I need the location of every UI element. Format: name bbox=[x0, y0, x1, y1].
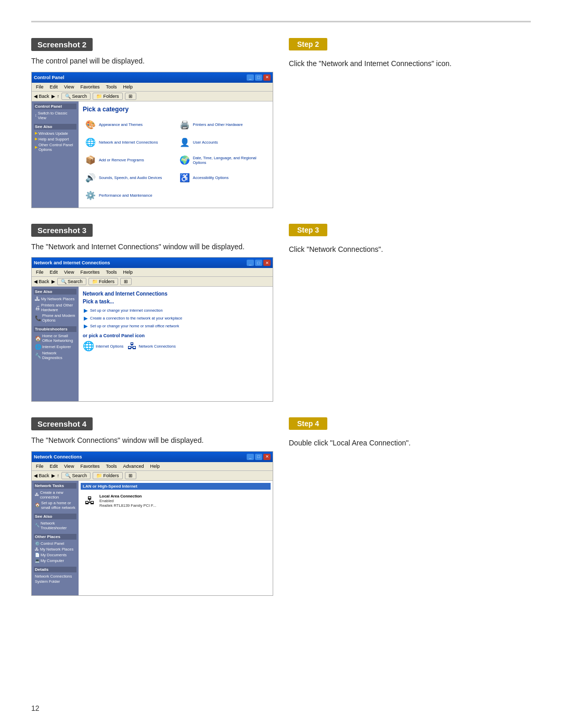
accessibility-options[interactable]: ♿ Accessibility Options bbox=[177, 170, 269, 186]
nic-views-button[interactable]: ⊞ bbox=[120, 278, 132, 285]
nic-minimize-button[interactable]: _ bbox=[247, 260, 254, 266]
network-connections-label: Network Connections bbox=[138, 344, 175, 349]
step3-label: Step 3 bbox=[289, 224, 327, 236]
nic-help-menu[interactable]: Help bbox=[121, 269, 135, 275]
network-diag-link[interactable]: 🔧Network Diagnostics bbox=[34, 350, 76, 361]
setup-home-network[interactable]: 🏠Set up a home or small office network bbox=[34, 500, 76, 510]
tools-menu[interactable]: Tools bbox=[104, 84, 119, 90]
nic-back-button[interactable]: ◀ Back bbox=[34, 279, 49, 284]
nc-file-menu[interactable]: File bbox=[34, 463, 46, 469]
nc-folder-label: Network ConnectionsSystem Folder bbox=[35, 574, 72, 584]
nic-tools-menu[interactable]: Tools bbox=[104, 269, 119, 275]
nic-view-menu[interactable]: View bbox=[62, 269, 76, 275]
help-menu[interactable]: Help bbox=[121, 84, 135, 90]
nc-advanced-menu[interactable]: Advanced bbox=[121, 463, 146, 469]
appearance-label: Appearance and Themes bbox=[99, 122, 143, 127]
nc-maximize-button[interactable]: □ bbox=[255, 454, 262, 460]
appearance-themes[interactable]: 🎨 Appearance and Themes bbox=[83, 117, 175, 133]
nic-edit-menu[interactable]: Edit bbox=[48, 269, 60, 275]
see-also-title: See Also bbox=[34, 124, 76, 130]
nc-folders-button[interactable]: 📁 Folders bbox=[93, 472, 123, 479]
back-button[interactable]: ◀ Back bbox=[34, 94, 49, 99]
network-troubleshooter-link[interactable]: 🔧Network Troubleshooter bbox=[34, 520, 76, 531]
phone-icon: 📞 bbox=[35, 315, 41, 321]
nic-search-button[interactable]: 🔍 Search bbox=[57, 278, 86, 285]
minimize-button[interactable]: _ bbox=[247, 74, 254, 81]
nc-view-menu[interactable]: View bbox=[62, 463, 76, 469]
performance-label: Performance and Maintenance bbox=[99, 193, 152, 198]
internet-options-icon-item[interactable]: 🌐 Internet Options bbox=[83, 340, 123, 352]
task-home-network[interactable]: ▶ Set up or change your home or small of… bbox=[83, 322, 269, 330]
task-internet-connection[interactable]: ▶ Set up or change your Internet connect… bbox=[83, 306, 269, 314]
nc-titlebar: Network Connections _ □ ✕ bbox=[32, 452, 273, 462]
performance-maintenance[interactable]: ⚙️ Performance and Maintenance bbox=[83, 188, 175, 203]
add-remove-programs[interactable]: 📦 Add or Remove Programs bbox=[83, 152, 175, 168]
favorites-menu[interactable]: Favorites bbox=[78, 84, 101, 90]
nc-views-button[interactable]: ⊞ bbox=[125, 472, 136, 479]
local-area-connection-item[interactable]: 🖧 Local Area Connection Enabled Realtek … bbox=[81, 492, 271, 510]
nc-network-tasks: Network Tasks 🖧Create a new connection 🏠… bbox=[34, 483, 76, 510]
nc-search-button[interactable]: 🔍 Search bbox=[61, 472, 91, 479]
home-office-icon: 🏠 bbox=[35, 336, 41, 341]
switch-classic-view[interactable]: ↕ Switch to Classic View bbox=[34, 110, 76, 121]
network-internet[interactable]: 🌐 Network and Internet Connections bbox=[83, 135, 175, 150]
my-computer-link[interactable]: 💻My Computer bbox=[34, 558, 76, 564]
accessibility-icon: ♿ bbox=[178, 172, 191, 184]
nc-minimize-button[interactable]: _ bbox=[247, 454, 254, 460]
nc-close-button[interactable]: ✕ bbox=[263, 454, 271, 460]
task-workplace-label: Create a connection to the network at yo… bbox=[90, 316, 182, 321]
nic-maximize-button[interactable]: □ bbox=[255, 260, 262, 266]
nc-tools-menu[interactable]: Tools bbox=[104, 463, 119, 469]
search-button[interactable]: 🔍 Search bbox=[61, 93, 91, 100]
nc-forward-button[interactable]: ▶ bbox=[52, 473, 55, 478]
date-time-language[interactable]: 🌍 Date, Time, Language, and Regional Opt… bbox=[177, 152, 269, 168]
nc-favorites-menu[interactable]: Favorites bbox=[78, 463, 101, 469]
phone-modem-link[interactable]: 📞Phone and Modem Options bbox=[34, 313, 76, 323]
nic-folders-button[interactable]: 📁 Folders bbox=[88, 278, 119, 285]
folders-button[interactable]: 📁 Folders bbox=[93, 93, 123, 100]
details-text: Network ConnectionsSystem Folder bbox=[34, 573, 76, 585]
home-office-network-link[interactable]: 🏠Home or Small Office Networking bbox=[34, 333, 76, 343]
up-button[interactable]: ↑ bbox=[57, 94, 60, 99]
network-connections-icon-item[interactable]: 🖧 Network Connections bbox=[127, 340, 175, 352]
printers-hardware-link[interactable]: 🖨Printers and Other Hardware bbox=[34, 302, 76, 313]
user-accounts[interactable]: 👤 User Accounts bbox=[177, 135, 269, 150]
windows-update-link[interactable]: ▶Windows Update bbox=[34, 131, 76, 136]
file-menu[interactable]: File bbox=[34, 84, 46, 90]
my-documents-link[interactable]: 📄My Documents bbox=[34, 552, 76, 558]
my-network-places-link[interactable]: 🖧My Network Places bbox=[34, 296, 76, 302]
nic-see-also-title: See Also bbox=[34, 289, 76, 295]
nc-help-menu[interactable]: Help bbox=[148, 463, 162, 469]
my-network-places-link2[interactable]: 🖧My Network Places bbox=[34, 546, 76, 552]
accessibility-label: Accessibility Options bbox=[193, 175, 229, 180]
step3-section: Step 3 Click "Network Connections". bbox=[289, 224, 531, 402]
other-cp-options-link[interactable]: ▶Other Control Panel Options bbox=[34, 142, 76, 152]
forward-button[interactable]: ▶ bbox=[52, 94, 55, 99]
sounds-speech[interactable]: 🔊 Sounds, Speech, and Audio Devices bbox=[83, 170, 175, 186]
maximize-button[interactable]: □ bbox=[255, 74, 262, 81]
switch-icon: ↕ bbox=[35, 113, 37, 118]
nic-file-menu[interactable]: File bbox=[34, 269, 46, 275]
step4-label: Step 4 bbox=[289, 417, 327, 430]
nic-forward-button[interactable]: ▶ bbox=[52, 279, 55, 284]
view-menu[interactable]: View bbox=[62, 84, 76, 90]
nic-favorites-menu[interactable]: Favorites bbox=[78, 269, 101, 275]
nc-edit-menu[interactable]: Edit bbox=[48, 463, 60, 469]
create-new-connection[interactable]: 🖧Create a new connection bbox=[34, 490, 76, 500]
help-support-link[interactable]: ▶Help and Support bbox=[34, 136, 76, 142]
close-button[interactable]: ✕ bbox=[263, 74, 271, 81]
nc-up-button[interactable]: ↑ bbox=[57, 473, 60, 478]
nic-close-button[interactable]: ✕ bbox=[263, 260, 271, 266]
views-button[interactable]: ⊞ bbox=[125, 93, 136, 100]
ie-link[interactable]: 🌐Internet Explorer bbox=[34, 343, 76, 350]
nic-toolbar: ◀ Back ▶ 🔍 Search 📁 Folders ⊞ bbox=[32, 277, 273, 287]
pick-task-title: Pick a task... bbox=[83, 299, 269, 304]
control-panel-link[interactable]: ⚙️Control Panel bbox=[34, 541, 76, 546]
datetime-label: Date, Time, Language, and Regional Optio… bbox=[193, 156, 267, 165]
trouble-icon: 🔧 bbox=[35, 523, 40, 528]
nc-back-button[interactable]: ◀ Back bbox=[34, 473, 49, 478]
printers-hardware[interactable]: 🖨️ Printers and Other Hardware bbox=[177, 117, 269, 133]
task-workplace-connection[interactable]: ▶ Create a connection to the network at … bbox=[83, 314, 269, 322]
nc-lan-title: LAN or High-Speed Internet bbox=[81, 483, 271, 490]
edit-menu[interactable]: Edit bbox=[48, 84, 60, 90]
